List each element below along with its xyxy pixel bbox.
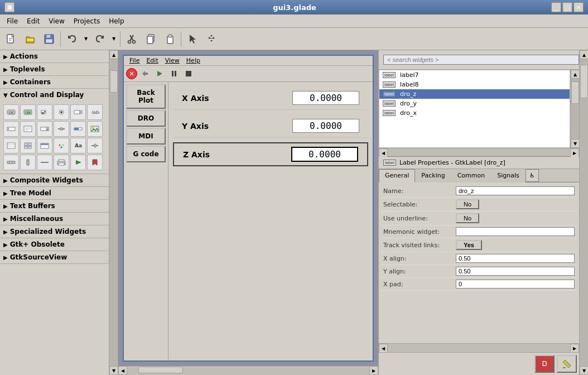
widget-list-scrollbar[interactable]: ▲ ▼ xyxy=(570,70,579,148)
tab-packing[interactable]: Packing xyxy=(415,169,451,182)
emb-play-button[interactable] xyxy=(153,67,166,80)
section-gtksource-header[interactable]: ▶ GtkSourceView xyxy=(0,251,109,263)
prop-input-xalign[interactable] xyxy=(456,254,575,263)
section-gtk-obsolete-header[interactable]: ▶ Gtk+ Obsolete xyxy=(0,238,109,251)
emb-menu-view[interactable]: View xyxy=(162,56,183,65)
section-text-buffers-header[interactable]: ▶ Text Buffers xyxy=(0,200,109,212)
widget-separator-h[interactable] xyxy=(37,155,52,170)
menu-projects[interactable]: Projects xyxy=(69,16,104,26)
section-specialized-header[interactable]: ▶ Specialized Widgets xyxy=(0,225,109,238)
canvas-scroll-area[interactable]: File Edit View Help ✕ xyxy=(118,50,378,375)
section-actions-header[interactable]: ▶ Actions xyxy=(0,50,109,62)
scroll-down-arrow[interactable]: ▼ xyxy=(109,366,118,375)
copy-button[interactable] xyxy=(142,30,160,48)
prop-value-mnemonic[interactable] xyxy=(456,227,575,236)
prop-input-yalign[interactable] xyxy=(456,267,575,276)
widget-cal-icon[interactable] xyxy=(37,138,52,153)
widget-hscale[interactable] xyxy=(87,138,103,153)
menu-edit[interactable]: Edit xyxy=(22,16,44,26)
widget-label-icon[interactable]: label xyxy=(87,104,103,120)
prop-btn-underline[interactable]: No xyxy=(456,213,479,223)
widget-list-icon[interactable] xyxy=(3,138,19,153)
right-panel-scrollbar[interactable]: ▲ ▼ xyxy=(579,50,588,375)
widget-print-icon[interactable] xyxy=(54,155,69,170)
section-control-display-header[interactable]: ▼ Control and Display xyxy=(0,89,109,101)
widget-list-item-label8[interactable]: label label8 xyxy=(379,80,570,89)
menu-view[interactable]: View xyxy=(44,16,69,26)
tab-common[interactable]: Common xyxy=(451,169,491,182)
widget-toggle-icon[interactable]: ON xyxy=(20,104,36,120)
widget-vscrollbar[interactable] xyxy=(20,155,36,170)
widget-spin-icon[interactable] xyxy=(70,104,86,120)
wl-hscroll-left[interactable]: ◀ xyxy=(379,148,388,157)
redo-button[interactable] xyxy=(91,30,109,48)
scroll-up-arrow[interactable]: ▲ xyxy=(109,50,118,59)
widget-list-h-scroll[interactable]: ◀ ▶ xyxy=(379,148,579,157)
emb-menu-help[interactable]: Help xyxy=(183,56,204,65)
prop-btn-selectable[interactable]: No xyxy=(456,199,479,209)
widget-search-input[interactable] xyxy=(383,55,579,65)
rp-scroll-thumb[interactable] xyxy=(580,65,588,98)
emb-menu-file[interactable]: File xyxy=(126,56,143,65)
prop-value-xpad[interactable] xyxy=(456,280,575,289)
open-button[interactable] xyxy=(21,30,39,48)
prop-btn-track-links[interactable]: Yes xyxy=(456,240,482,250)
canvas-scroll-thumb-h[interactable] xyxy=(138,367,183,373)
widget-progress-icon[interactable] xyxy=(70,121,86,137)
window-controls[interactable]: _ □ ✕ xyxy=(551,2,584,12)
move-button[interactable] xyxy=(203,30,220,48)
scroll-thumb[interactable] xyxy=(110,70,118,93)
close-button[interactable]: ✕ xyxy=(573,2,584,12)
emb-stop-button[interactable] xyxy=(182,67,195,80)
widget-color-btn[interactable] xyxy=(54,138,69,153)
props-hscroll-right[interactable]: ▶ xyxy=(570,344,579,353)
widget-text-icon[interactable] xyxy=(20,121,36,137)
emb-menu-edit[interactable]: Edit xyxy=(143,56,161,65)
tab-general[interactable]: General xyxy=(379,169,415,182)
rp-scroll-track[interactable] xyxy=(580,59,588,366)
canvas-scroll-track-h[interactable] xyxy=(127,366,369,375)
dro-button[interactable]: DRO xyxy=(126,110,166,127)
rp-scroll-down[interactable]: ▼ xyxy=(580,366,588,375)
prop-input-mnemonic[interactable] xyxy=(456,227,575,236)
props-hscroll-track[interactable] xyxy=(388,344,570,352)
widget-list-item-droy[interactable]: label dro_y xyxy=(379,99,570,108)
scroll-track[interactable] xyxy=(109,59,118,366)
wl-scroll-down[interactable]: ▼ xyxy=(571,139,580,148)
emb-close-button[interactable]: ✕ xyxy=(126,68,137,79)
clear-button[interactable] xyxy=(557,355,577,373)
gcode-button[interactable]: G code xyxy=(126,146,166,162)
section-tree-model-header[interactable]: ▶ Tree Model xyxy=(0,187,109,199)
prop-value-name[interactable] xyxy=(456,186,575,195)
section-toplevels-header[interactable]: ▶ Toplevels xyxy=(0,63,109,75)
section-composite-header[interactable]: ▶ Composite Widgets xyxy=(0,174,109,186)
minimize-button[interactable]: _ xyxy=(551,2,561,12)
wl-scroll-track[interactable] xyxy=(571,79,579,139)
tab-accessibility[interactable]: ♿ xyxy=(526,169,539,182)
wl-hscroll-right[interactable]: ▶ xyxy=(570,148,579,157)
section-miscellaneous-header[interactable]: ▶ Miscellaneous xyxy=(0,213,109,225)
widget-button-icon[interactable]: OK xyxy=(3,104,19,120)
widget-list-item-label7[interactable]: label label7 xyxy=(379,70,570,80)
widget-combo-icon[interactable] xyxy=(37,121,52,137)
section-containers-header[interactable]: ▶ Containers xyxy=(0,76,109,88)
prop-value-xalign[interactable] xyxy=(456,254,575,263)
props-h-scroll[interactable]: ◀ ▶ xyxy=(379,343,579,352)
wl-scroll-thumb[interactable] xyxy=(571,81,579,104)
canvas-scroll-right[interactable]: ▶ xyxy=(369,366,378,375)
select-button[interactable] xyxy=(184,30,201,48)
maximize-button[interactable]: □ xyxy=(562,2,572,12)
emb-back-button[interactable] xyxy=(138,67,152,80)
widget-list-item-drox[interactable]: label dro_x xyxy=(379,108,570,118)
widget-check-icon[interactable] xyxy=(37,104,52,120)
rp-scroll-up[interactable]: ▲ xyxy=(580,50,588,59)
widget-scale-icon[interactable] xyxy=(54,121,69,137)
new-button[interactable] xyxy=(2,30,20,48)
menu-file[interactable]: File xyxy=(2,16,22,26)
menu-help[interactable]: Help xyxy=(104,16,128,26)
widget-entry-icon[interactable] xyxy=(3,121,19,137)
widget-list-item-droz[interactable]: label dro_z xyxy=(379,89,570,99)
widget-icon-view[interactable] xyxy=(20,138,36,153)
props-hscroll-left[interactable]: ◀ xyxy=(379,344,388,353)
left-panel-scrollbar[interactable]: ▲ ▼ xyxy=(109,50,118,375)
